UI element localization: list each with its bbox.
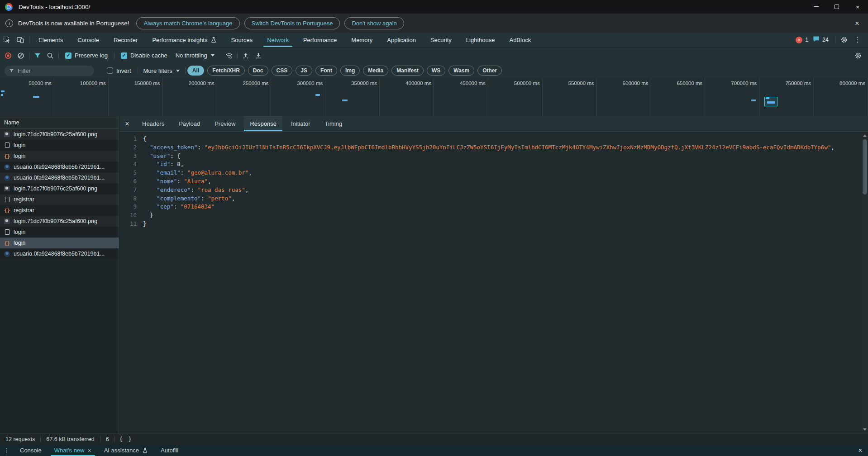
request-row-login-71dc7f0b9076c25af600-png[interactable]: login.71dc7f0b9076c25af600.png bbox=[0, 129, 119, 140]
export-har-icon[interactable] bbox=[252, 50, 265, 62]
window-minimize-button[interactable] bbox=[806, 0, 826, 14]
invert-checkbox[interactable] bbox=[107, 67, 113, 74]
line-number: 10 bbox=[119, 211, 137, 220]
tab-elements[interactable]: Elements bbox=[33, 33, 68, 47]
error-count-icon[interactable]: × bbox=[796, 37, 802, 43]
filter-type-manifest[interactable]: Manifest bbox=[391, 66, 424, 76]
network-conditions-icon[interactable] bbox=[223, 50, 235, 62]
request-row-usuario-0fa924868f8eb5b72019b1[interactable]: usuario.0fa924868f8eb5b72019b1... bbox=[0, 248, 119, 259]
filter-type-font[interactable]: Font bbox=[315, 66, 337, 76]
scroll-down-icon[interactable] bbox=[863, 428, 867, 431]
drawer-close-icon[interactable]: × bbox=[853, 445, 868, 456]
filter-funnel-small-icon bbox=[9, 68, 14, 73]
tab-security[interactable]: Security bbox=[425, 33, 457, 47]
details-tab-timing[interactable]: Timing bbox=[319, 116, 348, 131]
request-row-login[interactable]: login bbox=[0, 140, 119, 151]
tab-recorder[interactable]: Recorder bbox=[108, 33, 143, 47]
filter-type-doc[interactable]: Doc bbox=[248, 66, 268, 76]
drawer-tab-autofill[interactable]: Autofill bbox=[154, 445, 185, 456]
request-row-login[interactable]: {}login bbox=[0, 238, 119, 248]
close-details-icon[interactable]: × bbox=[119, 116, 135, 131]
request-row-usuario-0fa924868f8eb5b72019b1[interactable]: usuario.0fa924868f8eb5b72019b1... bbox=[0, 172, 119, 183]
name-column-header[interactable]: Name bbox=[0, 116, 119, 129]
timeline-request-bar bbox=[342, 100, 348, 101]
import-har-icon[interactable] bbox=[239, 50, 252, 62]
drawer-tab-ai-assistance[interactable]: AI assistance bbox=[98, 445, 154, 456]
drawer-tab-what-s-new[interactable]: What's new× bbox=[48, 445, 98, 456]
filter-input-box[interactable] bbox=[5, 66, 94, 76]
tab-console[interactable]: Console bbox=[72, 33, 105, 47]
drawer-tab-console[interactable]: Console bbox=[14, 445, 48, 456]
tab-performance[interactable]: Performance bbox=[298, 33, 342, 47]
filter-type-all[interactable]: All bbox=[187, 66, 204, 76]
response-body-viewer[interactable]: 1{2 "access_token": "eyJhbGciOiJIUzI1NiI… bbox=[119, 132, 862, 433]
scroll-up-icon[interactable] bbox=[863, 134, 867, 137]
scrollbar-thumb[interactable] bbox=[863, 139, 867, 195]
dont-show-again-button[interactable]: Don't show again bbox=[344, 17, 404, 29]
panel-tabs: ElementsConsoleRecorderPerformance insig… bbox=[31, 33, 538, 47]
image-file-icon bbox=[4, 132, 10, 137]
filter-type-js[interactable]: JS bbox=[296, 66, 312, 76]
tab-lighthouse[interactable]: Lighthouse bbox=[461, 33, 501, 47]
filter-type-img[interactable]: Img bbox=[340, 66, 360, 76]
record-network-log-icon[interactable] bbox=[2, 50, 14, 62]
request-row-login[interactable]: login bbox=[0, 227, 119, 238]
close-drawer-tab-icon[interactable]: × bbox=[88, 447, 91, 454]
request-row-registrar[interactable]: registrar bbox=[0, 194, 119, 205]
invert-toggle[interactable]: Invert bbox=[102, 67, 136, 74]
throttling-dropdown[interactable]: No throttling bbox=[172, 52, 218, 59]
tab-memory[interactable]: Memory bbox=[346, 33, 378, 47]
filter-type-css[interactable]: CSS bbox=[272, 66, 293, 76]
requests-table: Name login.71dc7f0b9076c25af600.pnglogin… bbox=[0, 116, 119, 433]
window-close-button[interactable]: × bbox=[847, 0, 868, 14]
details-tab-headers[interactable]: Headers bbox=[136, 116, 170, 131]
code-line: 11} bbox=[119, 220, 862, 228]
filter-type-fetch-xhr[interactable]: Fetch/XHR bbox=[207, 66, 245, 76]
filter-input[interactable] bbox=[18, 67, 86, 74]
search-icon[interactable] bbox=[44, 50, 57, 62]
timeline-tick-label: 350000 ms bbox=[325, 78, 380, 116]
window-maximize-button[interactable] bbox=[826, 0, 847, 14]
details-tab-payload[interactable]: Payload bbox=[173, 116, 206, 131]
network-main-area: Name login.71dc7f0b9076c25af600.pnglogin… bbox=[0, 116, 868, 433]
preserve-log-checkbox[interactable]: ✓ bbox=[65, 52, 72, 59]
details-tab-initiator[interactable]: Initiator bbox=[285, 116, 316, 131]
network-settings-gear-icon[interactable] bbox=[852, 50, 864, 62]
request-row-registrar[interactable]: {}registrar bbox=[0, 205, 119, 216]
filter-type-other[interactable]: Other bbox=[477, 66, 502, 76]
clear-network-log-icon[interactable] bbox=[14, 50, 27, 62]
always-match-language-button[interactable]: Always match Chrome's language bbox=[136, 17, 239, 29]
network-overview-timeline[interactable]: 50000 ms100000 ms150000 ms200000 ms25000… bbox=[0, 78, 868, 116]
filter-type-media[interactable]: Media bbox=[363, 66, 388, 76]
flask-icon bbox=[210, 37, 217, 43]
tab-application[interactable]: Application bbox=[382, 33, 421, 47]
disable-cache-toggle[interactable]: ✓ Disable cache bbox=[116, 52, 172, 59]
filter-type-ws[interactable]: WS bbox=[427, 66, 445, 76]
drawer-kebab-icon[interactable]: ⋮ bbox=[0, 445, 14, 456]
avatar-file-icon bbox=[4, 175, 10, 181]
infobar-close-icon[interactable]: × bbox=[855, 19, 859, 27]
device-toolbar-icon[interactable] bbox=[14, 33, 27, 47]
filter-funnel-icon[interactable] bbox=[31, 50, 44, 62]
tab-performance-insights[interactable]: Performance insights bbox=[147, 33, 222, 47]
more-options-kebab-icon[interactable]: ⋮ bbox=[851, 36, 864, 44]
devtools-window: DevTools - localhost:3000/ × i DevTools … bbox=[0, 0, 868, 456]
tab-adblock[interactable]: AdBlock bbox=[504, 33, 536, 47]
vertical-scrollbar[interactable] bbox=[862, 132, 868, 433]
tab-network[interactable]: Network bbox=[262, 33, 294, 47]
request-row-login-71dc7f0b9076c25af600-png[interactable]: login.71dc7f0b9076c25af600.png bbox=[0, 216, 119, 227]
tab-sources[interactable]: Sources bbox=[226, 33, 258, 47]
request-row-usuario-0fa924868f8eb5b72019b1[interactable]: usuario.0fa924868f8eb5b72019b1... bbox=[0, 162, 119, 172]
details-tab-preview[interactable]: Preview bbox=[209, 116, 241, 131]
details-tab-response[interactable]: Response bbox=[244, 116, 282, 131]
preserve-log-toggle[interactable]: ✓ Preserve log bbox=[61, 52, 112, 59]
request-row-login-71dc7f0b9076c25af600-png[interactable]: login.71dc7f0b9076c25af600.png bbox=[0, 183, 119, 194]
filter-type-wasm[interactable]: Wasm bbox=[448, 66, 474, 76]
settings-gear-icon[interactable] bbox=[837, 36, 851, 43]
disable-cache-checkbox[interactable]: ✓ bbox=[121, 52, 127, 59]
switch-to-portuguese-button[interactable]: Switch DevTools to Portuguese bbox=[244, 17, 340, 29]
inspect-element-icon[interactable] bbox=[0, 33, 14, 47]
request-row-login[interactable]: {}login bbox=[0, 151, 119, 162]
issues-bubble-icon[interactable] bbox=[813, 36, 820, 44]
more-filters-dropdown[interactable]: More filters bbox=[140, 67, 183, 74]
